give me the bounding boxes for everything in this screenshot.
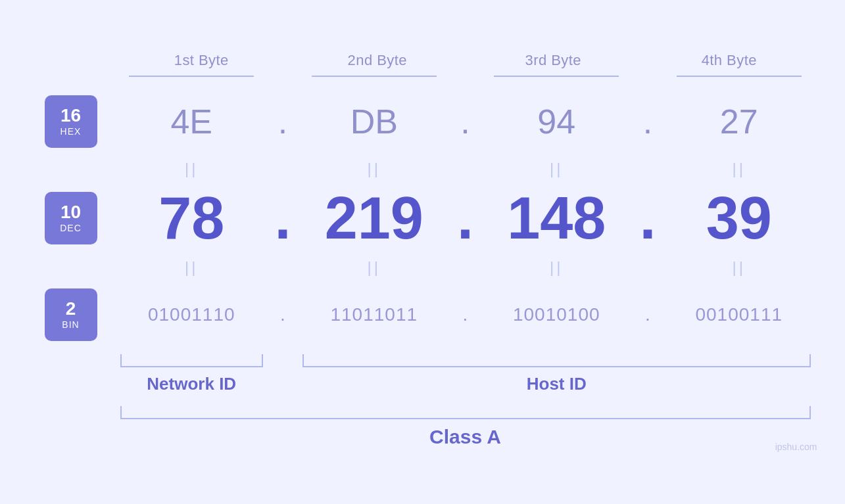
dot-dec-1: .: [270, 185, 296, 252]
dot-bin-1: .: [270, 304, 296, 325]
equal-3: ||: [479, 160, 635, 178]
bin-byte-3: 10010100: [479, 298, 635, 332]
dec-row: 10 DEC 78 . 219 . 148 . 39: [28, 182, 817, 254]
hex-byte-3: 94: [479, 95, 635, 148]
dot-hex-3: .: [635, 102, 661, 141]
dec-byte-3: 148: [479, 182, 635, 254]
dot-dec-3: .: [635, 185, 661, 252]
equal-8: ||: [661, 258, 817, 277]
dot-dec-2: .: [452, 185, 479, 252]
byte-header-3: 3rd Byte: [466, 52, 642, 69]
equal-6: ||: [296, 258, 452, 277]
bin-byte-4: 00100111: [661, 298, 817, 332]
dec-badge: 10 DEC: [45, 192, 97, 244]
dot-bin-2: .: [452, 304, 479, 325]
class-section: Class A: [28, 406, 817, 448]
dot-bin-3: .: [635, 304, 661, 325]
dot-hex-1: .: [270, 102, 296, 141]
equal-row-2: || || || ||: [28, 254, 817, 281]
main-container: 1st Byte 2nd Byte 3rd Byte 4th Byte 16 H…: [28, 52, 817, 452]
byte-headers: 1st Byte 2nd Byte 3rd Byte 4th Byte: [28, 52, 817, 69]
hex-byte-2: DB: [296, 95, 452, 148]
bracket-top-3: [494, 76, 619, 77]
watermark: ipshu.com: [775, 442, 817, 452]
bracket-top-1: [129, 76, 254, 77]
bin-byte-2: 11011011: [296, 298, 452, 332]
equal-7: ||: [479, 258, 635, 277]
section-brackets: Network ID Host ID: [28, 354, 817, 394]
equal-2: ||: [296, 160, 452, 178]
network-id-label: Network ID: [114, 374, 270, 394]
dot-hex-2: .: [452, 102, 479, 141]
dec-byte-4: 39: [661, 182, 817, 254]
equal-4: ||: [661, 160, 817, 178]
dec-badge-num: 10: [60, 203, 81, 221]
hex-badge: 16 HEX: [45, 95, 97, 148]
bin-row: 2 BIN 01001110 . 11011011 . 10010100 . 0…: [28, 281, 817, 349]
equal-1: ||: [114, 160, 270, 178]
network-id-bracket: [120, 354, 264, 367]
equal-row-1: || || || ||: [28, 156, 817, 182]
bin-badge-label: BIN: [62, 319, 79, 330]
host-id-label: Host ID: [296, 374, 817, 394]
host-id-bracket: [302, 354, 811, 367]
class-bracket: [120, 406, 811, 419]
byte-header-2: 2nd Byte: [289, 52, 466, 69]
hex-badge-label: HEX: [60, 126, 82, 137]
bracket-top-2: [312, 76, 437, 77]
equal-5: ||: [114, 258, 270, 277]
byte-header-4: 4th Byte: [641, 52, 817, 69]
bin-badge-num: 2: [66, 300, 76, 318]
hex-byte-4: 27: [661, 95, 817, 148]
hex-badge-num: 16: [60, 106, 81, 125]
dec-byte-1: 78: [114, 182, 270, 254]
bracket-top-4: [677, 76, 802, 77]
top-brackets: [28, 76, 817, 77]
byte-header-1: 1st Byte: [114, 52, 290, 69]
dec-badge-label: DEC: [60, 223, 82, 233]
class-label: Class A: [114, 426, 817, 448]
hex-byte-1: 4E: [114, 95, 270, 148]
bin-byte-1: 01001110: [114, 298, 270, 332]
hex-row: 16 HEX 4E . DB . 94 . 27: [28, 87, 817, 156]
bin-badge: 2 BIN: [45, 288, 97, 341]
dec-byte-2: 219: [296, 182, 452, 254]
